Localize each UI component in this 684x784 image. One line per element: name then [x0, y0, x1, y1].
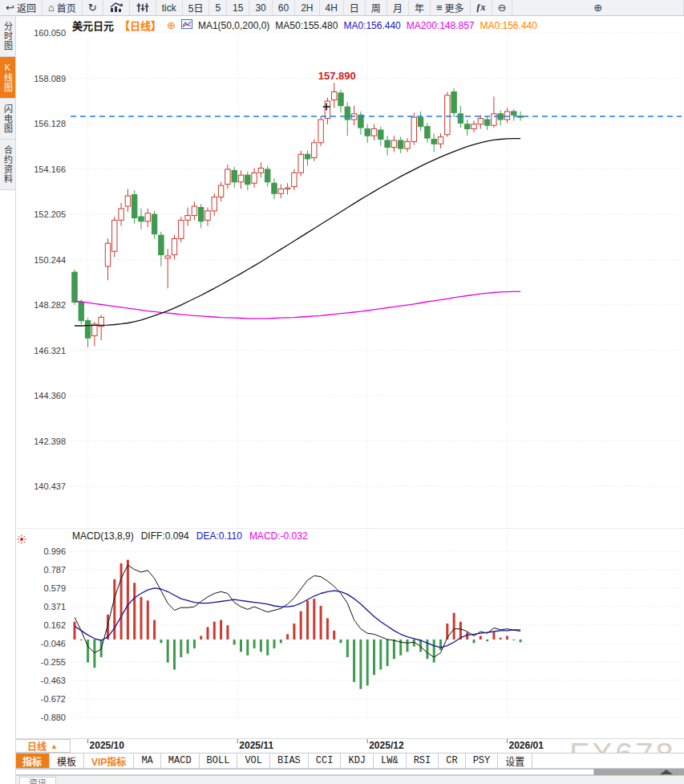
- indicator-tab-boll[interactable]: BOLL: [200, 754, 238, 768]
- horizontal-scrollbar-track[interactable]: [0, 769, 594, 775]
- candlestick-chart-button[interactable]: [130, 0, 156, 15]
- macd-hist-bar: [173, 640, 176, 670]
- sidebar-tab-contract-info[interactable]: 合约资料: [0, 140, 15, 190]
- macd-hist-bar: [333, 631, 335, 640]
- sidebar-tab-kline-chart[interactable]: K线图: [0, 57, 15, 99]
- interval-year-button[interactable]: 年: [409, 0, 431, 15]
- macd-hist-bar: [379, 640, 382, 670]
- macd-hist-bar: [473, 640, 476, 643]
- candle: [492, 114, 496, 125]
- candle: [305, 154, 310, 159]
- time-axis-label: 2026/01: [509, 740, 544, 751]
- ma-mini-chart-icon[interactable]: [181, 19, 192, 31]
- candle: [225, 169, 230, 185]
- candle: [185, 216, 190, 221]
- candle: [258, 169, 263, 173]
- macd-hist-bar: [167, 640, 169, 663]
- home-label: 首页: [57, 1, 76, 14]
- interval-day-button[interactable]: 日: [344, 0, 366, 15]
- candle: [192, 206, 196, 216]
- more-button[interactable]: ≡ 更多: [431, 0, 471, 15]
- candle: [152, 214, 156, 234]
- indicator-tab-vol[interactable]: VOL: [237, 754, 270, 768]
- candle: [272, 183, 277, 193]
- indicator-tab-template[interactable]: 模板: [50, 754, 84, 768]
- candle: [245, 175, 250, 185]
- time-axis-label: 2025/12: [369, 740, 403, 751]
- candle: [399, 140, 403, 148]
- period-label: 【日线】: [119, 18, 161, 33]
- indicator-tab-indicator[interactable]: 指标: [14, 754, 50, 768]
- ma200-value: MA200:148.857: [407, 20, 475, 31]
- candle: [205, 211, 210, 221]
- macd-hist-bar: [373, 640, 375, 675]
- indicator-tab-cci[interactable]: CCI: [309, 754, 342, 768]
- candle: [172, 238, 176, 254]
- sidebar-tab-lightning-chart[interactable]: 闪电图: [0, 99, 15, 140]
- home-button[interactable]: ⌂ 首页: [42, 0, 83, 15]
- indicator-tab-lw[interactable]: LW&: [374, 754, 407, 768]
- candle: [338, 93, 343, 106]
- macd-hist-bar: [127, 560, 129, 640]
- indicator-tab-vip-indicator[interactable]: VIP指标: [84, 754, 134, 768]
- formula-button[interactable]: ƒx: [471, 0, 492, 15]
- macd-hist-bar: [273, 640, 276, 648]
- macd-dea-value: DEA:0.110: [196, 530, 242, 542]
- indicator-tab-kdj[interactable]: KDJ: [341, 754, 374, 768]
- horizontal-scrollbar-thumb[interactable]: [594, 769, 684, 775]
- macd-hist-bar: [359, 640, 362, 689]
- macd-hist-bar: [74, 622, 76, 640]
- candle: [484, 120, 489, 125]
- zoom-in-button[interactable]: ⊕: [512, 0, 684, 15]
- price-chart-canvas[interactable]: [0, 0, 684, 784]
- macd-hist-bar: [226, 625, 229, 640]
- candle: [378, 130, 383, 140]
- indicator-bar: 指标模板VIP指标MAMACDBOLLVOLBIASCCIKDJLW&RSICR…: [0, 753, 684, 769]
- trend-chart-button[interactable]: [103, 0, 130, 15]
- indicator-tab-bias[interactable]: BIAS: [270, 754, 309, 768]
- indicator-tab-rsi[interactable]: RSI: [407, 754, 439, 768]
- period-selector-button[interactable]: 日线 ▲: [14, 739, 71, 753]
- indicator-tab-cr[interactable]: CR: [439, 754, 465, 768]
- add-favorite-icon[interactable]: ⊕: [167, 19, 176, 31]
- interval-5day-button[interactable]: 5日: [183, 0, 210, 15]
- candle: [232, 170, 237, 181]
- candle: [132, 195, 137, 218]
- macd-header: MACD(13,8,9) DIFF:0.094 DEA:0.110 MACD:-…: [72, 530, 308, 542]
- sidebar-tab-time-chart[interactable]: 分时图: [0, 16, 15, 57]
- macd-hist-bar: [313, 599, 315, 640]
- macd-hist-bar: [393, 640, 395, 659]
- indicator-tab-ma[interactable]: MA: [134, 754, 160, 768]
- time-axis-label: 2025/10: [90, 740, 124, 751]
- more-label: 更多: [445, 1, 464, 14]
- back-label: 返回: [17, 1, 36, 14]
- indicator-tab-settings[interactable]: 设置: [498, 754, 532, 768]
- interval-week-button[interactable]: 周: [366, 0, 387, 15]
- candle: [218, 185, 223, 197]
- interval-15min-button[interactable]: 15: [227, 0, 249, 15]
- back-button[interactable]: ↩ 返回: [0, 0, 42, 15]
- interval-30min-button[interactable]: 30: [249, 0, 272, 15]
- indicator-tab-macd[interactable]: MACD: [161, 754, 200, 768]
- zoom-out-button[interactable]: ⊖: [492, 0, 513, 15]
- candle: [199, 207, 204, 221]
- refresh-button[interactable]: ↻: [83, 0, 103, 15]
- candle: [179, 220, 184, 238]
- candle: [438, 137, 443, 144]
- indicator-settings-icon[interactable]: [17, 533, 26, 547]
- ma0-value-orange: MA0:156.440: [480, 20, 537, 31]
- interval-60min-button[interactable]: 60: [273, 0, 295, 15]
- interval-5min-button[interactable]: 5: [209, 0, 227, 15]
- macd-hist-bar: [193, 640, 196, 648]
- candle: [391, 140, 396, 148]
- news-tab[interactable]: 资讯: [19, 777, 56, 784]
- interval-4h-button[interactable]: 4H: [320, 0, 344, 15]
- interval-month-button[interactable]: 月: [387, 0, 409, 15]
- interval-2h-button[interactable]: 2H: [295, 0, 319, 15]
- candle: [265, 169, 270, 182]
- candle: [165, 256, 170, 258]
- interval-tick-label: tick: [162, 2, 176, 14]
- left-sidebar: 分时图 K线图 闪电图 合约资料: [0, 16, 16, 784]
- interval-tick-button[interactable]: tick: [156, 0, 183, 15]
- indicator-tab-psy[interactable]: PSY: [466, 754, 499, 768]
